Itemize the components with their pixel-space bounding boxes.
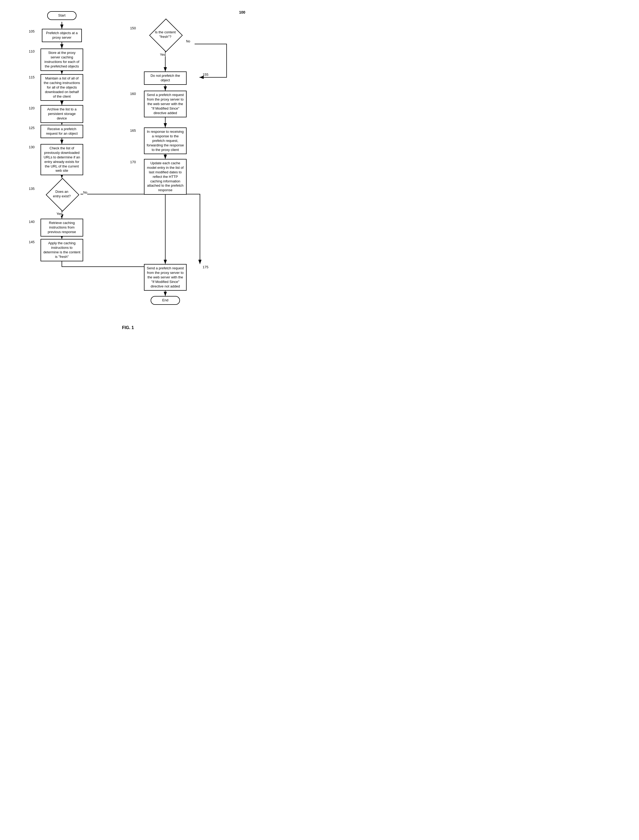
yes-label-150: Yes [160,53,165,57]
ref-150: 150 [130,26,136,30]
ref-100: 100 [239,10,245,14]
end-node: End [151,296,180,305]
ref-115: 115 [29,75,35,79]
no-label-135: No [83,191,87,194]
node-170: Update each cache model entry in the lis… [144,159,187,195]
ref-175: 175 [203,265,208,269]
ref-170: 170 [130,160,136,164]
ref-155: 155 [203,73,208,76]
node-115: Maintain a list of all of the caching in… [41,74,83,101]
node-150: Is the content "fresh"? [145,19,185,51]
arrows-svg [0,5,256,320]
node-120: Archive the list to a persistent storage… [41,105,83,123]
ref-145: 145 [29,240,35,244]
node-140: Retrieve caching instructions from previ… [41,219,83,237]
yes-label-135: Yes [57,212,62,216]
start-node: Start [47,11,76,20]
node-155: Do not prefetch the object [144,72,187,85]
ref-130: 130 [29,145,35,149]
node-165: In response to receiving a response to t… [144,127,187,154]
ref-110: 110 [29,49,35,53]
node-160: Send a prefetch request from the proxy s… [144,91,187,117]
no-label-150: No [186,40,190,43]
ref-135: 135 [29,187,35,191]
node-145: Apply the caching instructions to determ… [41,239,83,261]
ref-105: 105 [29,29,35,33]
node-130: Check the list of previously downloaded … [41,144,83,175]
figure-title: FIG. 1 [0,325,256,330]
node-135: Does an entry exist? [42,178,82,210]
node-110: Store at the proxy server caching instru… [41,49,83,71]
ref-125: 125 [29,126,35,130]
flowchart-diagram: 100 Start 105 Prefetch objects at a prox… [0,5,256,320]
ref-165: 165 [130,129,136,132]
ref-140: 140 [29,220,35,224]
ref-120: 120 [29,106,35,110]
node-175: Send a prefetch request from the proxy s… [144,264,187,291]
node-105: Prefetch objects at a proxy server [42,29,82,42]
node-125: Receive a prefetch request for an object [41,125,83,138]
ref-160: 160 [130,92,136,96]
